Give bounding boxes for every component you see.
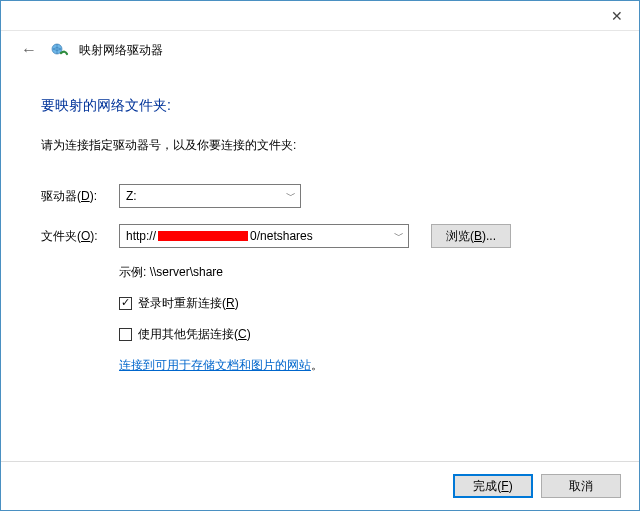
chevron-down-icon: ﹀ [394, 229, 404, 243]
folder-value: http://0/netshares [126, 229, 313, 243]
redacted-segment [158, 231, 248, 241]
page-subtext: 请为连接指定驱动器号，以及你要连接的文件夹: [41, 137, 599, 154]
drive-select-value: Z: [126, 189, 137, 203]
page-heading: 要映射的网络文件夹: [41, 97, 599, 115]
close-button[interactable]: ✕ [594, 1, 639, 31]
example-text: 示例: \\server\share [119, 264, 599, 281]
header: ← 映射网络驱动器 [1, 31, 639, 69]
footer: 完成(F) 取消 [1, 461, 639, 510]
map-network-drive-dialog: ✕ ← 映射网络驱动器 要映射的网络文件夹: 请为连接指定驱动器号，以及你要连接… [0, 0, 640, 511]
network-drive-icon [51, 41, 69, 59]
reconnect-label: 登录时重新连接(R) [138, 295, 239, 312]
close-icon: ✕ [611, 8, 623, 24]
folder-row: 文件夹(O): http://0/netshares ﹀ 浏览(B)... [41, 224, 599, 248]
cancel-button[interactable]: 取消 [541, 474, 621, 498]
storage-website-link[interactable]: 连接到可用于存储文档和图片的网站 [119, 358, 311, 372]
drive-label: 驱动器(D): [41, 188, 119, 205]
reconnect-checkbox[interactable] [119, 297, 132, 310]
drive-row: 驱动器(D): Z: ﹀ [41, 184, 599, 208]
chevron-down-icon: ﹀ [286, 189, 296, 203]
reconnect-row: 登录时重新连接(R) [119, 295, 599, 312]
folder-combobox[interactable]: http://0/netshares ﹀ [119, 224, 409, 248]
folder-label: 文件夹(O): [41, 228, 119, 245]
back-button[interactable]: ← [17, 37, 41, 63]
storage-link-row: 连接到可用于存储文档和图片的网站。 [119, 357, 599, 374]
browse-button[interactable]: 浏览(B)... [431, 224, 511, 248]
othercred-row: 使用其他凭据连接(C) [119, 326, 599, 343]
othercred-checkbox[interactable] [119, 328, 132, 341]
back-arrow-icon: ← [21, 41, 37, 58]
dialog-title: 映射网络驱动器 [79, 42, 163, 59]
othercred-label: 使用其他凭据连接(C) [138, 326, 251, 343]
titlebar: ✕ [1, 1, 639, 31]
content-area: 要映射的网络文件夹: 请为连接指定驱动器号，以及你要连接的文件夹: 驱动器(D)… [1, 69, 639, 461]
finish-button[interactable]: 完成(F) [453, 474, 533, 498]
drive-select[interactable]: Z: ﹀ [119, 184, 301, 208]
